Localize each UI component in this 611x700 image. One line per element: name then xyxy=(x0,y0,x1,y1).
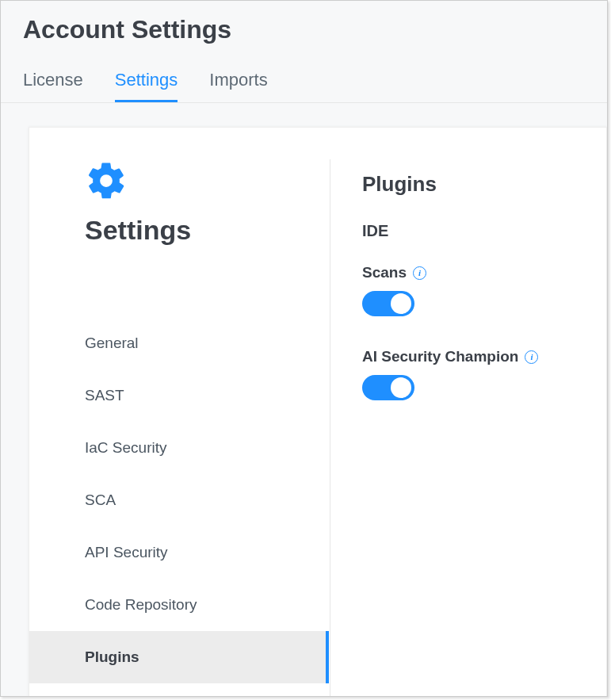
nav-iac-security[interactable]: IaC Security xyxy=(29,422,329,474)
plugins-panel: Plugins IDE Scans i AI Security Champion… xyxy=(330,159,606,697)
panel-title: Plugins xyxy=(362,172,582,197)
settings-card: Settings General SAST IaC Security SCA A… xyxy=(29,127,607,697)
ai-champion-label: AI Security Champion xyxy=(362,348,518,365)
ai-champion-toggle[interactable] xyxy=(362,375,414,400)
tab-license[interactable]: License xyxy=(23,70,83,102)
scans-label: Scans xyxy=(362,264,407,281)
nav-sca[interactable]: SCA xyxy=(29,474,329,526)
sidebar-title: Settings xyxy=(85,215,330,246)
nav-sast[interactable]: SAST xyxy=(29,369,329,422)
group-ide: IDE xyxy=(362,222,582,240)
settings-nav: General SAST IaC Security SCA API Securi… xyxy=(29,317,329,683)
tab-imports[interactable]: Imports xyxy=(209,70,267,102)
tab-settings[interactable]: Settings xyxy=(115,70,178,102)
nav-code-repository[interactable]: Code Repository xyxy=(29,579,329,631)
top-tabs: License Settings Imports xyxy=(1,52,607,103)
gear-icon xyxy=(85,159,330,205)
info-icon[interactable]: i xyxy=(413,266,426,280)
nav-plugins[interactable]: Plugins xyxy=(29,631,329,683)
toggle-ai-champion-block: AI Security Champion i xyxy=(362,348,582,400)
nav-general[interactable]: General xyxy=(29,317,329,369)
settings-sidebar: Settings General SAST IaC Security SCA A… xyxy=(29,159,330,697)
scans-toggle[interactable] xyxy=(362,291,414,316)
toggle-scans-block: Scans i xyxy=(362,264,582,316)
page-title: Account Settings xyxy=(1,1,607,52)
info-icon[interactable]: i xyxy=(525,350,538,364)
nav-api-security[interactable]: API Security xyxy=(29,526,329,579)
